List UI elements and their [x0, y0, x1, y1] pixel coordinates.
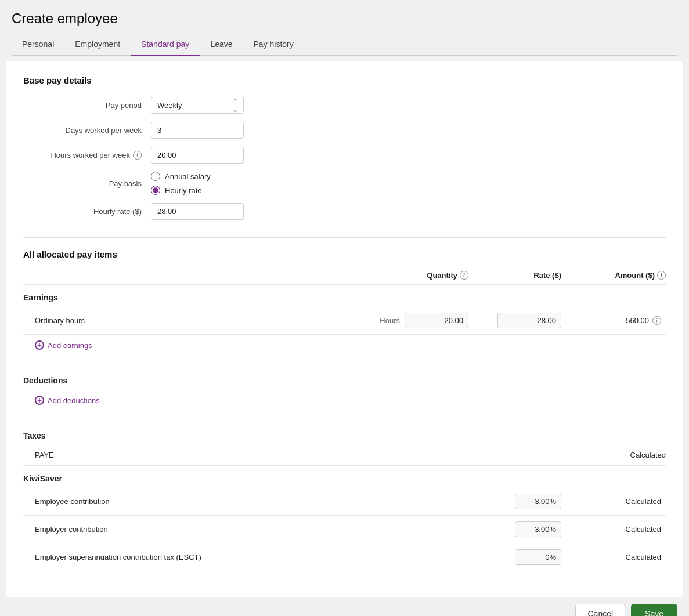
employer-contribution-row: Employer contribution Calculated — [23, 516, 666, 543]
ordinary-hours-quantity-col: Hours — [376, 313, 480, 328]
hours-worked-input[interactable] — [151, 147, 244, 164]
hours-worked-row: Hours worked per week i — [23, 147, 666, 164]
paye-label: PAYE — [23, 451, 304, 459]
col-quantity-header: Quantity i — [376, 271, 480, 280]
esct-amount: Calculated — [573, 553, 666, 561]
tab-standard-pay[interactable]: Standard pay — [131, 34, 200, 56]
hours-worked-label: Hours worked per week i — [23, 151, 151, 160]
employee-contribution-amount: Calculated — [573, 497, 666, 506]
annual-salary-label: Annual salary — [165, 172, 211, 181]
ordinary-hours-amount-info-icon: i — [652, 316, 661, 325]
quantity-info-icon: i — [460, 271, 468, 280]
add-deductions-link[interactable]: + Add deductions — [23, 390, 666, 411]
kiwisaver-title: KiwiSaver — [23, 466, 666, 488]
employer-contribution-rate-col — [480, 521, 573, 537]
pay-basis-radio-group: Annual salary Hourly rate — [151, 172, 211, 195]
base-pay-title: Base pay details — [23, 75, 666, 85]
amount-info-icon: i — [657, 271, 666, 280]
annual-salary-option[interactable]: Annual salary — [151, 172, 211, 181]
employer-contribution-amount: Calculated — [573, 525, 666, 534]
add-earnings-link[interactable]: + Add earnings — [23, 335, 666, 356]
days-worked-label: Days worked per week — [23, 126, 151, 135]
earnings-title: Earnings — [23, 285, 666, 307]
pay-period-row: Pay period Weekly Fortnightly Monthly Fo… — [23, 97, 666, 114]
deductions-title: Deductions — [23, 368, 666, 390]
ordinary-hours-rate-col — [480, 313, 573, 328]
page-title: Create employee — [12, 10, 677, 27]
pay-period-select-wrapper: Weekly Fortnightly Monthly Four-weekly ⌃… — [151, 97, 244, 114]
ordinary-hours-unit: Hours — [380, 316, 400, 325]
hourly-rate-row: Hourly rate ($) — [23, 203, 666, 220]
save-button[interactable]: Save — [631, 604, 677, 616]
taxes-divider — [23, 411, 666, 411]
tabs-bar: Personal Employment Standard pay Leave P… — [12, 34, 677, 56]
section-divider — [23, 237, 666, 238]
page-header: Create employee Personal Employment Stan… — [0, 0, 689, 56]
app-container: Create employee Personal Employment Stan… — [0, 0, 689, 616]
paye-row: PAYE Calculated — [23, 445, 666, 466]
annual-salary-radio[interactable] — [151, 172, 160, 181]
hours-worked-info-icon: i — [133, 151, 142, 160]
hourly-rate-label: Hourly rate — [165, 186, 202, 195]
base-pay-section: Base pay details Pay period Weekly Fortn… — [23, 75, 666, 220]
tab-pay-history[interactable]: Pay history — [243, 34, 304, 56]
pay-basis-label: Pay basis — [23, 179, 151, 188]
add-earnings-icon: + — [35, 340, 44, 350]
days-worked-input[interactable] — [151, 122, 244, 139]
employer-contribution-label: Employer contribution — [23, 525, 258, 534]
esct-rate-col — [480, 549, 573, 565]
hourly-rate-input[interactable] — [151, 203, 244, 220]
tab-personal[interactable]: Personal — [12, 34, 64, 56]
employee-contribution-row: Employee contribution Calculated — [23, 488, 666, 516]
add-deductions-icon: + — [35, 396, 44, 405]
tab-leave[interactable]: Leave — [200, 34, 243, 56]
taxes-title: Taxes — [23, 423, 666, 445]
ordinary-hours-quantity-input[interactable] — [405, 313, 468, 328]
esct-rate-input[interactable] — [515, 549, 561, 565]
pay-items-header: Quantity i Rate ($) Amount ($) i — [23, 271, 666, 285]
employee-contribution-rate-col — [480, 494, 573, 509]
employee-contribution-rate-input[interactable] — [515, 494, 561, 509]
pay-items-section: All allocated pay items Quantity i Rate … — [23, 249, 666, 571]
col-rate-header: Rate ($) — [480, 271, 573, 280]
ordinary-hours-rate-input[interactable] — [497, 313, 561, 328]
tab-employment[interactable]: Employment — [64, 34, 131, 56]
hourly-rate-radio[interactable] — [151, 186, 160, 195]
employee-contribution-label: Employee contribution — [23, 497, 258, 506]
hourly-rate-option[interactable]: Hourly rate — [151, 186, 211, 195]
pay-period-label: Pay period — [23, 101, 151, 110]
pay-period-select[interactable]: Weekly Fortnightly Monthly Four-weekly — [151, 97, 244, 114]
esct-label: Employer superannuation contribution tax… — [23, 553, 258, 561]
pay-basis-row: Pay basis Annual salary Hourly rate — [23, 172, 666, 195]
ordinary-hours-amount: 560.00 i — [573, 316, 666, 325]
col-amount-header: Amount ($) i — [573, 271, 666, 280]
ordinary-hours-name: Ordinary hours — [23, 316, 376, 325]
cancel-button[interactable]: Cancel — [575, 604, 625, 616]
ordinary-hours-row: Ordinary hours Hours 560.00 i — [23, 307, 666, 335]
deductions-divider — [23, 356, 666, 356]
main-content: Base pay details Pay period Weekly Fortn… — [6, 61, 683, 597]
esct-row: Employer superannuation contribution tax… — [23, 543, 666, 571]
paye-amount: Calculated — [573, 451, 666, 459]
days-worked-row: Days worked per week — [23, 122, 666, 139]
pay-items-title: All allocated pay items — [23, 249, 666, 259]
footer: Cancel Save — [0, 597, 689, 616]
hourly-rate-field-label: Hourly rate ($) — [23, 207, 151, 216]
employer-contribution-rate-input[interactable] — [515, 521, 561, 537]
